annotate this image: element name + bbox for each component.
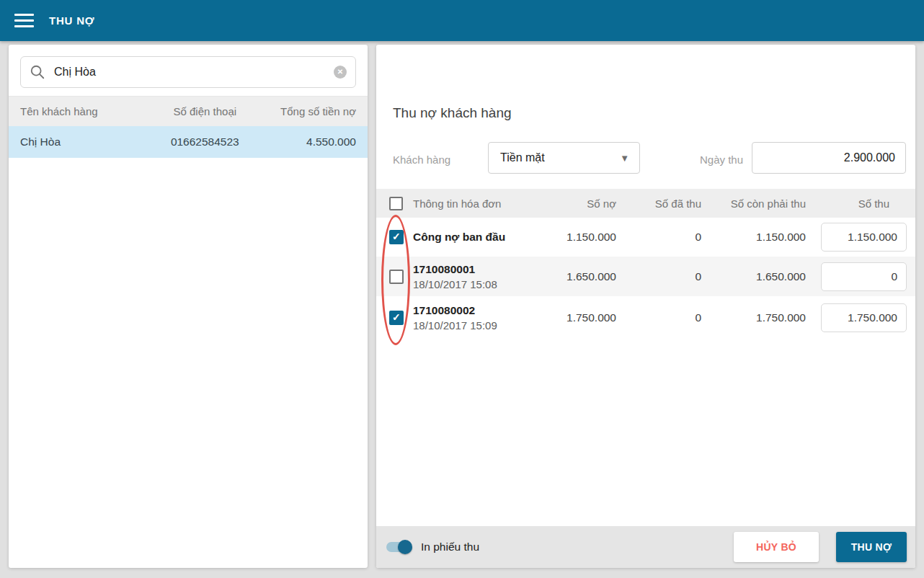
invoice-row: ✓ Công nợ ban đầu 1.150.000 0 1.150.000 [376, 218, 915, 257]
collect-amount-input[interactable] [821, 223, 907, 252]
invoice-checkbox[interactable]: ✓ [389, 311, 404, 325]
invoice-row: ✓ 1710080001 18/10/2017 15:08 1.650.000 … [376, 257, 915, 296]
menu-icon[interactable] [14, 14, 34, 28]
invoice-checkbox[interactable]: ✓ [389, 230, 404, 244]
invoice-name: Công nợ ban đầu [413, 229, 515, 245]
column-header-total-debt: Tổng số tiền nợ [255, 105, 356, 117]
column-remaining: Số còn phải thu [701, 197, 806, 210]
payment-method-select[interactable]: Tiền mặt ▼ [488, 142, 640, 174]
invoice-remaining: 1.750.000 [701, 311, 806, 324]
column-header-name: Tên khách hàng [20, 105, 154, 117]
column-header-phone: Số điện thoại [154, 105, 255, 117]
debt-collection-panel: Thu nợ khách hàng Khách hàng Chị Hòa Ngà… [376, 45, 915, 568]
date-label: Ngày thu [700, 154, 743, 166]
search-area: ✕ [9, 45, 368, 96]
panel-footer: In phiếu thu HỦY BỎ THU NỢ [376, 526, 915, 568]
invoice-debt: 1.750.000 [515, 311, 616, 324]
invoice-checkbox[interactable]: ✓ [389, 270, 404, 284]
app-bar: THU NỢ [0, 0, 924, 41]
invoice-paid: 0 [616, 231, 701, 244]
search-icon [30, 64, 45, 80]
column-invoice-info: Thông tin hóa đơn [413, 197, 515, 210]
invoice-table: ✓ Thông tin hóa đơn Số nợ Số đã thu Số c… [376, 189, 915, 339]
customer-row[interactable]: Chị Hòa 01662584523 4.550.000 [9, 126, 368, 158]
customer-list-panel: ✕ Tên khách hàng Số điện thoại Tổng số t… [9, 45, 368, 568]
cancel-button[interactable]: HỦY BỎ [734, 532, 819, 562]
total-collect-input[interactable] [752, 142, 906, 174]
check-icon: ✓ [392, 231, 401, 242]
column-paid: Số đã thu [616, 197, 701, 210]
collect-debt-button[interactable]: THU NỢ [836, 532, 907, 562]
column-collect: Số thu [806, 197, 915, 210]
chevron-down-icon: ▼ [620, 153, 629, 164]
collect-amount-input[interactable] [821, 303, 907, 332]
invoice-remaining: 1.150.000 [701, 231, 806, 244]
check-icon: ✓ [392, 311, 401, 323]
print-receipt-label: In phiếu thu [421, 541, 479, 553]
search-input[interactable] [54, 66, 334, 79]
invoice-datetime: 18/10/2017 15:09 [413, 319, 515, 333]
invoice-debt: 1.650.000 [515, 270, 616, 283]
panel-title: Thu nợ khách hàng [393, 105, 512, 121]
invoice-name: 1710080002 [413, 303, 515, 319]
invoice-row: ✓ 1710080002 18/10/2017 15:09 1.750.000 … [376, 296, 915, 339]
invoice-paid: 0 [616, 311, 701, 324]
column-debt: Số nợ [515, 197, 616, 210]
customer-name: Chị Hòa [20, 135, 154, 148]
customer-total-debt: 4.550.000 [255, 135, 356, 148]
customer-phone: 01662584523 [154, 135, 255, 148]
select-all-checkbox[interactable]: ✓ [389, 197, 403, 210]
invoice-remaining: 1.650.000 [701, 270, 806, 283]
collect-amount-input[interactable] [821, 262, 907, 291]
customer-label: Khách hàng [393, 154, 450, 166]
invoice-debt: 1.150.000 [515, 231, 616, 244]
payment-method-value: Tiền mặt [500, 151, 620, 164]
invoice-datetime: 18/10/2017 15:08 [413, 277, 515, 292]
app-title: THU NỢ [49, 14, 94, 27]
invoice-name: 1710080001 [413, 262, 515, 277]
customer-table-header: Tên khách hàng Số điện thoại Tổng số tiề… [9, 96, 368, 126]
search-box[interactable]: ✕ [20, 56, 356, 88]
print-receipt-toggle[interactable] [386, 540, 412, 554]
invoice-paid: 0 [616, 270, 701, 283]
clear-search-icon[interactable]: ✕ [334, 66, 347, 79]
invoice-table-header: ✓ Thông tin hóa đơn Số nợ Số đã thu Số c… [376, 189, 915, 218]
